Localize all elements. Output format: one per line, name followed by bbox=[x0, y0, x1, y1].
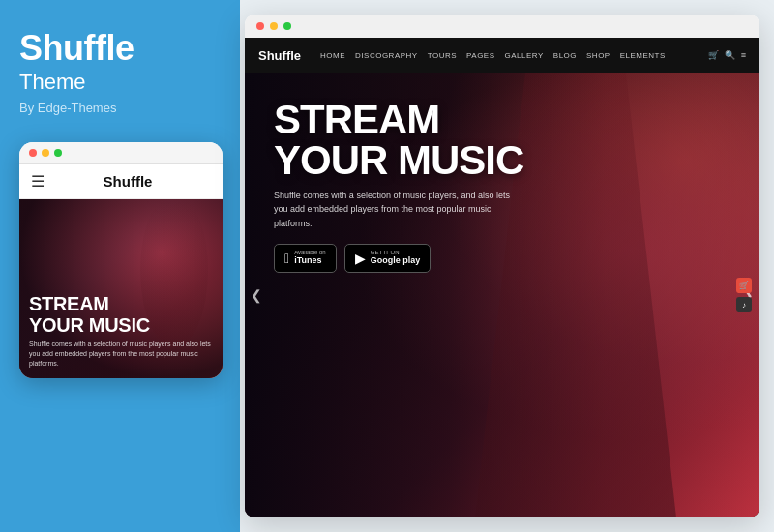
nav-home[interactable]: HOME bbox=[320, 51, 345, 60]
nav-shop[interactable]: SHOP bbox=[586, 51, 610, 60]
theme-title: Shuffle bbox=[19, 29, 221, 68]
mobile-hero: STREAM YOUR MUSIC Shuffle comes with a s… bbox=[19, 199, 223, 378]
desktop-dot-yellow bbox=[270, 22, 278, 30]
desktop-titlebar bbox=[245, 15, 759, 38]
desktop-dot-green bbox=[283, 22, 291, 30]
google-btn-main: Google play bbox=[371, 255, 421, 267]
right-panel: Shuffle HOME DISCOGRAPHY TOURS PAGES GAL… bbox=[240, 0, 774, 532]
nav-blog[interactable]: BLOG bbox=[553, 51, 577, 60]
side-cart-icon: 🛒 bbox=[739, 281, 749, 290]
mobile-dot-red bbox=[29, 149, 37, 157]
mobile-logo: Shuffle bbox=[104, 173, 153, 190]
mobile-mockup: ☰ Shuffle STREAM YOUR MUSIC Shuffle come… bbox=[19, 142, 223, 378]
mobile-hero-desc: Shuffle comes with a selection of music … bbox=[29, 340, 213, 368]
google-play-button[interactable]: ▶ GET IT ON Google play bbox=[344, 244, 432, 273]
side-music-icon: ♪ bbox=[742, 301, 746, 310]
hero-title: STREAM YOUR MUSIC bbox=[274, 100, 730, 181]
itunes-btn-main: iTunes bbox=[294, 255, 326, 267]
theme-subtitle: Theme bbox=[19, 70, 221, 95]
mobile-titlebar bbox=[19, 142, 223, 164]
side-dot-music[interactable]: ♪ bbox=[736, 297, 752, 312]
menu-icon[interactable]: ≡ bbox=[741, 50, 746, 60]
nav-gallery[interactable]: GALLERY bbox=[505, 51, 544, 60]
mobile-dot-yellow bbox=[42, 149, 49, 157]
google-play-icon: ▶ bbox=[355, 251, 366, 266]
desktop-logo: Shuffle bbox=[258, 48, 301, 63]
cart-icon[interactable]: 🛒 bbox=[708, 50, 719, 60]
hero-description: Shuffle comes with a selection of music … bbox=[274, 189, 525, 230]
apple-icon:  bbox=[284, 251, 289, 266]
mobile-hero-title: STREAM YOUR MUSIC bbox=[29, 293, 213, 336]
hamburger-icon[interactable]: ☰ bbox=[31, 172, 45, 191]
nav-tours[interactable]: TOURS bbox=[428, 51, 457, 60]
nav-discography[interactable]: DISCOGRAPHY bbox=[355, 51, 418, 60]
itunes-btn-texts: Available on iTunes bbox=[294, 250, 326, 267]
mobile-dot-green bbox=[54, 149, 62, 157]
nav-icons: 🛒 🔍 ≡ bbox=[708, 50, 746, 60]
hero-arrow-left[interactable]: ❮ bbox=[251, 287, 262, 303]
mobile-nav-bar: ☰ Shuffle bbox=[19, 164, 223, 199]
desktop-dot-red bbox=[256, 22, 264, 30]
google-btn-texts: GET IT ON Google play bbox=[371, 250, 421, 267]
desktop-hero: ❮ ❯ STREAM YOUR MUSIC Shuffle comes with… bbox=[245, 73, 759, 517]
search-icon[interactable]: 🔍 bbox=[725, 50, 735, 60]
theme-author: By Edge-Themes bbox=[19, 101, 221, 115]
mobile-hero-text: STREAM YOUR MUSIC Shuffle comes with a s… bbox=[29, 293, 213, 368]
hero-content: STREAM YOUR MUSIC Shuffle comes with a s… bbox=[245, 73, 759, 300]
left-panel: Shuffle Theme By Edge-Themes ☰ Shuffle S… bbox=[0, 0, 240, 532]
desktop-nav: Shuffle HOME DISCOGRAPHY TOURS PAGES GAL… bbox=[245, 38, 759, 73]
nav-elements[interactable]: ELEMENTS bbox=[620, 51, 666, 60]
hero-buttons:  Available on iTunes ▶ GET IT ON Google… bbox=[274, 244, 730, 273]
nav-pages[interactable]: PAGES bbox=[466, 51, 494, 60]
nav-items: HOME DISCOGRAPHY TOURS PAGES GALLERY BLO… bbox=[320, 51, 666, 60]
desktop-mockup: Shuffle HOME DISCOGRAPHY TOURS PAGES GAL… bbox=[245, 15, 759, 517]
side-dot-cart[interactable]: 🛒 bbox=[736, 278, 752, 293]
itunes-button[interactable]:  Available on iTunes bbox=[274, 244, 337, 273]
side-dots: 🛒 ♪ bbox=[736, 278, 752, 312]
